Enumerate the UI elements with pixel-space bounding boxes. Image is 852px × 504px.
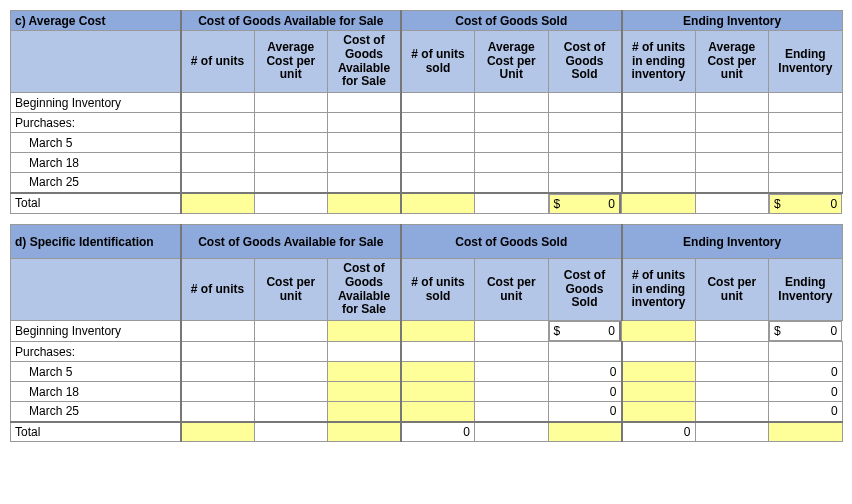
total-units[interactable]: [181, 193, 255, 214]
total-units-sold[interactable]: [401, 193, 475, 214]
label-march25: March 25: [11, 402, 181, 422]
total-units-ending[interactable]: 0: [622, 422, 696, 442]
row-march25: March 25: [11, 173, 843, 193]
input-cell[interactable]: [769, 93, 843, 113]
begin-cogs-avail[interactable]: [328, 321, 402, 342]
m5-end[interactable]: 0: [769, 362, 843, 382]
header-ending-inv: Ending Inventory: [622, 225, 843, 259]
input-cell[interactable]: [401, 93, 475, 113]
input-cell[interactable]: [254, 93, 328, 113]
label-purchases: Purchases:: [11, 342, 181, 362]
row-march5: March 5 0 0: [11, 362, 843, 382]
m18-end[interactable]: 0: [769, 382, 843, 402]
col-avg-cost: Average Cost per unit: [254, 31, 328, 93]
table-specific-id: d) Specific Identification Cost of Goods…: [10, 224, 843, 442]
subheader-blank: [11, 31, 181, 93]
row-march18: March 18 0 0: [11, 382, 843, 402]
begin-cogs-sold[interactable]: $0: [549, 321, 622, 341]
col-cogs-sold: Cost of Goods Sold: [548, 31, 622, 93]
total-cogs-avail[interactable]: [328, 422, 402, 442]
total-units-ending[interactable]: [622, 193, 696, 214]
label-march25: March 25: [11, 173, 181, 193]
col-units-sold: # of units sold: [401, 259, 475, 321]
col-units: # of units: [181, 259, 255, 321]
row-total: Total 0 0: [11, 422, 843, 442]
label-beg-inv: Beginning Inventory: [11, 93, 181, 113]
table-average-cost: c) Average Cost Cost of Goods Available …: [10, 10, 843, 214]
input-cell[interactable]: [328, 93, 402, 113]
begin-units-ending[interactable]: [622, 321, 696, 342]
m18-cogs[interactable]: 0: [548, 382, 622, 402]
col-units: # of units: [181, 31, 255, 93]
col-cogs-avail: Cost of Goods Available for Sale: [328, 259, 402, 321]
input-cell[interactable]: [695, 93, 769, 113]
section-title: d) Specific Identification: [11, 225, 181, 259]
label-total: Total: [11, 193, 181, 214]
col-cost: Cost per unit: [254, 259, 328, 321]
col-cogs-sold: Cost of Goods Sold: [548, 259, 622, 321]
section-title: c) Average Cost: [11, 11, 181, 31]
col-ending-inv: Ending Inventory: [769, 259, 843, 321]
row-march18: March 18: [11, 153, 843, 173]
header-cogs-sold: Cost of Goods Sold: [401, 225, 622, 259]
input-cell[interactable]: [548, 93, 622, 113]
m25-cogs[interactable]: 0: [548, 402, 622, 422]
total-units-sold[interactable]: 0: [401, 422, 475, 442]
label-purchases: Purchases:: [11, 113, 181, 133]
label-march18: March 18: [11, 382, 181, 402]
total-ending-inv[interactable]: $0: [769, 194, 842, 214]
col-avg-cost-unit: Average Cost per Unit: [475, 31, 549, 93]
m25-end[interactable]: 0: [769, 402, 843, 422]
header-ending-inv: Ending Inventory: [622, 11, 843, 31]
total-cogs-sold[interactable]: [548, 422, 622, 442]
col-avg-cost-end: Average Cost per unit: [695, 31, 769, 93]
header-cogs-avail: Cost of Goods Available for Sale: [181, 11, 402, 31]
begin-ending-inv[interactable]: $0: [769, 321, 842, 341]
col-units-ending: # of units in ending inventory: [622, 259, 696, 321]
col-cost-unit: Cost per unit: [475, 259, 549, 321]
total-ending-inv[interactable]: [769, 422, 843, 442]
col-cogs-avail: Cost of Goods Available for Sale: [328, 31, 402, 93]
col-ending-inv: Ending Inventory: [769, 31, 843, 93]
label-beg-inv: Beginning Inventory: [11, 321, 181, 342]
input-cell[interactable]: [622, 93, 696, 113]
col-units-sold: # of units sold: [401, 31, 475, 93]
total-units[interactable]: [181, 422, 255, 442]
total-cogs-avail[interactable]: [328, 193, 402, 214]
label-march5: March 5: [11, 133, 181, 153]
begin-units-sold[interactable]: [401, 321, 475, 342]
col-cost-end: Cost per unit: [695, 259, 769, 321]
label-march5: March 5: [11, 362, 181, 382]
row-beg-inv: Beginning Inventory: [11, 93, 843, 113]
header-cogs-avail: Cost of Goods Available for Sale: [181, 225, 402, 259]
input-cell[interactable]: [181, 93, 255, 113]
label-total: Total: [11, 422, 181, 442]
row-purchases: Purchases:: [11, 342, 843, 362]
col-units-ending: # of units in ending inventory: [622, 31, 696, 93]
subheader-blank: [11, 259, 181, 321]
input-cell[interactable]: [475, 93, 549, 113]
row-total: Total $0 $0: [11, 193, 843, 214]
total-cogs-sold[interactable]: $0: [549, 194, 622, 214]
row-march25: March 25 0 0: [11, 402, 843, 422]
label-march18: March 18: [11, 153, 181, 173]
row-purchases: Purchases:: [11, 113, 843, 133]
row-beg-inv: Beginning Inventory $0 $0: [11, 321, 843, 342]
m5-cogs[interactable]: 0: [548, 362, 622, 382]
row-march5: March 5: [11, 133, 843, 153]
header-cogs-sold: Cost of Goods Sold: [401, 11, 622, 31]
